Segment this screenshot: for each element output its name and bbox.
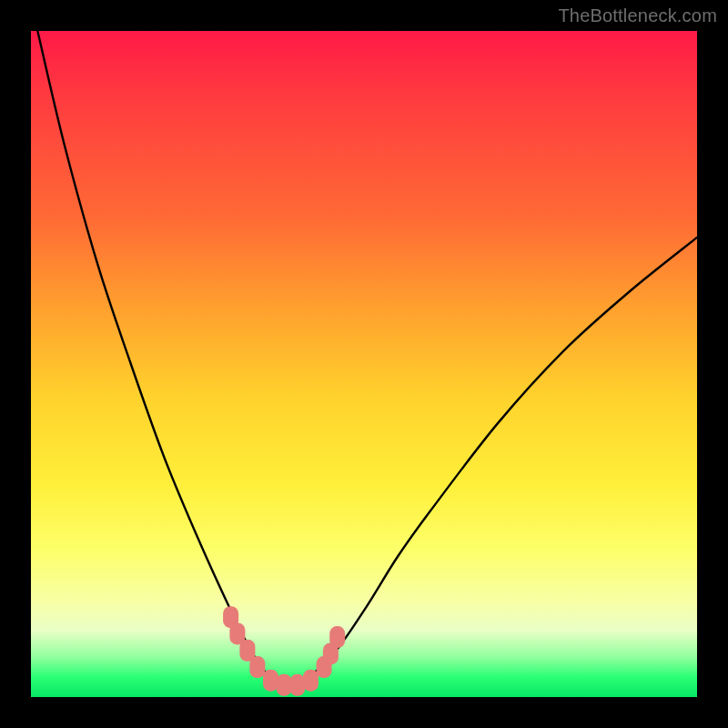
highlight-marker	[277, 674, 292, 696]
bottleneck-curve	[37, 31, 697, 686]
watermark-text: TheBottleneck.com	[558, 5, 717, 26]
chart-stage: TheBottleneck.com	[0, 0, 728, 728]
highlight-marker	[249, 656, 265, 678]
highlight-marker	[263, 670, 278, 692]
curve-layer	[31, 31, 697, 697]
plot-area	[31, 31, 697, 697]
highlight-marker	[303, 670, 318, 692]
highlight-markers	[223, 606, 345, 696]
highlight-marker	[289, 674, 305, 696]
highlight-marker	[329, 626, 345, 648]
